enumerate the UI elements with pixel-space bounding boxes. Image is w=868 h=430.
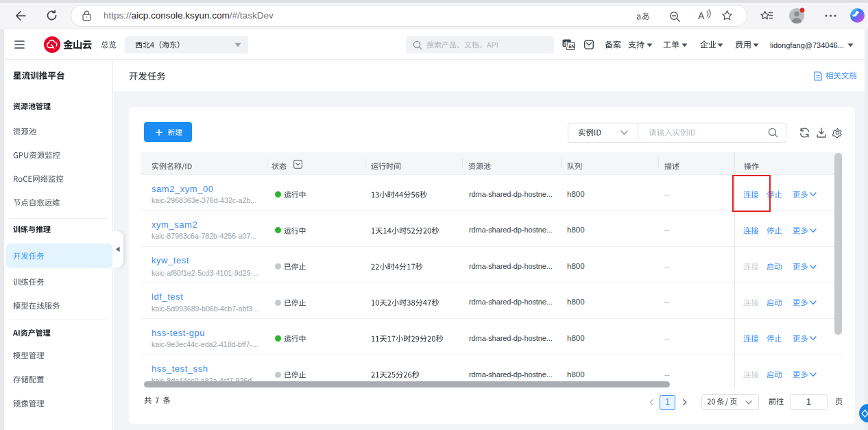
svg-text:A: A (698, 10, 705, 21)
svg-text:EN: EN (568, 44, 575, 49)
